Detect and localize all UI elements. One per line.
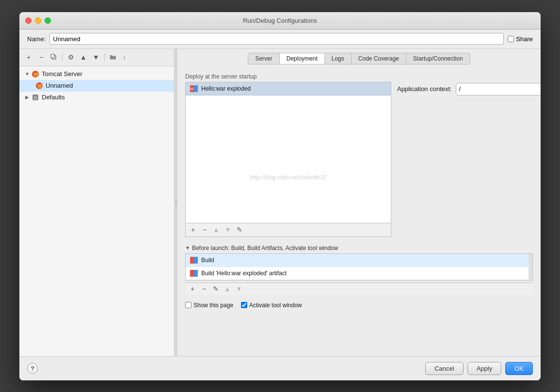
artifact-list-wrapper: W Hello:war exploded http://blog.csdn.ne… [186,82,391,223]
watermark: http://blog.csdn.net/oabcde12 [250,174,326,181]
tab-deployment[interactable]: Deployment [280,53,325,64]
svg-text:↕: ↕ [123,54,126,60]
before-launch-edit-button[interactable]: ✎ [210,283,221,294]
deploy-section: Deploy at the server startup [185,73,533,237]
close-button[interactable] [25,17,32,24]
svg-text:🐱: 🐱 [37,84,42,89]
artifact-edit-button[interactable]: ✎ [234,224,245,235]
add-config-button[interactable]: + [23,52,34,63]
svg-text:D: D [34,95,37,100]
help-button[interactable]: ? [27,363,38,374]
build-icon [190,256,198,265]
sidebar: + − ⚙ ▲ ▼ [19,49,175,356]
footer-buttons: Cancel Apply OK [425,362,533,375]
tab-server[interactable]: Server [248,53,279,64]
minimize-button[interactable] [35,17,41,24]
main-content: + − ⚙ ▲ ▼ [19,49,541,356]
remove-config-button[interactable]: − [36,52,47,63]
bottom-options: Show this page Activate tool window [185,299,533,312]
app-context-input[interactable] [456,83,541,95]
traffic-lights [25,17,51,24]
svg-text:W: W [191,87,194,91]
tomcat-server-label: Tomcat Server [42,70,82,78]
build-artifact-icon [190,269,198,278]
artifact-box: W Hello:war exploded http://blog.csdn.ne… [185,82,391,237]
before-launch-add-button[interactable]: + [187,283,198,294]
sort-button[interactable]: ↕ [120,52,131,63]
artifact-up-button[interactable]: ▲ [211,224,222,235]
maximize-button[interactable] [45,17,51,24]
cancel-button[interactable]: Cancel [425,362,463,375]
app-context-panel: Application context: ▲ ▼ [397,82,533,237]
svg-rect-15 [194,270,198,277]
artifact-down-button[interactable]: ▼ [223,224,233,235]
tomcat-icon: 🐱 [31,70,40,78]
right-panel: Server Deployment Logs Code Coverage Sta… [177,49,541,356]
name-label: Name: [27,35,46,43]
svg-rect-13 [194,257,198,264]
svg-rect-14 [190,270,194,277]
title-bar: Run/Debug Configurations [19,12,541,30]
artifact-list: W Hello:war exploded [186,82,391,95]
show-page-option: Show this page [185,302,233,309]
activate-tool-checkbox[interactable] [241,302,247,308]
apply-button[interactable]: Apply [467,362,502,375]
deploy-section-label: Deploy at the server startup [185,73,533,80]
before-launch-remove-button[interactable]: − [199,283,209,294]
before-launch-section: ▼ Before launch: Build, Build Artifacts,… [185,245,533,295]
before-launch-label-1: Build 'Hello:war exploded' artifact [201,270,287,277]
sidebar-tree: ▼ 🐱 Tomcat Server 🐱 [19,66,174,356]
show-page-label: Show this page [193,302,233,309]
down-button[interactable]: ▼ [91,52,101,63]
folder-button[interactable] [108,52,118,63]
window-footer: ? Cancel Apply OK [19,356,541,380]
artifact-item-0[interactable]: W Hello:war exploded [186,82,391,95]
artifact-remove-button[interactable]: − [199,224,210,235]
unnamed-label: Unnamed [46,82,73,89]
artifact-item-label-0: Hello:war exploded [201,85,251,92]
artifact-add-button[interactable]: + [188,224,198,235]
sidebar-item-tomcat-server[interactable]: ▼ 🐱 Tomcat Server [19,68,174,80]
before-launch-label: Before launch: Build, Build Artifacts, A… [192,245,338,251]
before-launch-up-button[interactable]: ▲ [222,283,233,294]
before-launch-scrollbar[interactable] [528,254,532,280]
app-context-label: Application context: [397,85,452,93]
share-area: Share [508,35,533,43]
content-area: Deploy at the server startup [177,68,541,356]
sidebar-item-unnamed[interactable]: 🐱 Unnamed [19,80,174,92]
tab-startup-connection[interactable]: Startup/Connection [406,53,470,64]
settings-button[interactable]: ⚙ [65,52,76,63]
sidebar-toolbar: + − ⚙ ▲ ▼ [19,49,174,66]
share-checkbox[interactable] [508,36,514,42]
unnamed-icon: 🐱 [35,81,44,90]
app-context-row: Application context: ▲ ▼ [397,83,533,95]
before-launch-header: ▼ Before launch: Build, Build Artifacts,… [185,245,533,251]
svg-rect-12 [190,257,194,264]
before-launch-item-0[interactable]: Build [186,254,532,267]
svg-rect-10 [194,85,198,92]
defaults-label: Defaults [42,94,65,101]
defaults-arrow[interactable]: ▶ [23,94,31,101]
name-input[interactable] [49,33,504,45]
before-launch-down-button[interactable]: ▼ [234,283,244,294]
before-launch-collapse[interactable]: ▼ [185,245,190,251]
activate-tool-label: Activate tool window [249,302,302,309]
tab-logs[interactable]: Logs [325,53,352,64]
toolbar-separator [62,53,63,61]
ok-button[interactable]: OK [505,362,533,375]
resize-dots [176,200,176,205]
sidebar-item-defaults[interactable]: ▶ D Defaults [19,92,174,103]
copy-config-button[interactable] [48,52,59,63]
tab-code-coverage[interactable]: Code Coverage [352,53,406,64]
before-launch-label-0: Build [201,257,214,264]
before-launch-item-1[interactable]: Build 'Hello:war exploded' artifact [186,267,532,280]
svg-text:🐱: 🐱 [33,72,38,77]
show-page-checkbox[interactable] [185,302,192,308]
before-launch-footer: + − ✎ ▲ ▼ [185,282,533,295]
up-button[interactable]: ▲ [78,52,89,63]
activate-tool-option: Activate tool window [241,302,302,309]
expand-arrow[interactable]: ▼ [23,70,31,78]
before-launch-box: Build Build 'Hello:war exploded' artifac… [185,253,533,281]
svg-rect-1 [51,54,54,58]
window-title: Run/Debug Configurations [243,17,317,24]
